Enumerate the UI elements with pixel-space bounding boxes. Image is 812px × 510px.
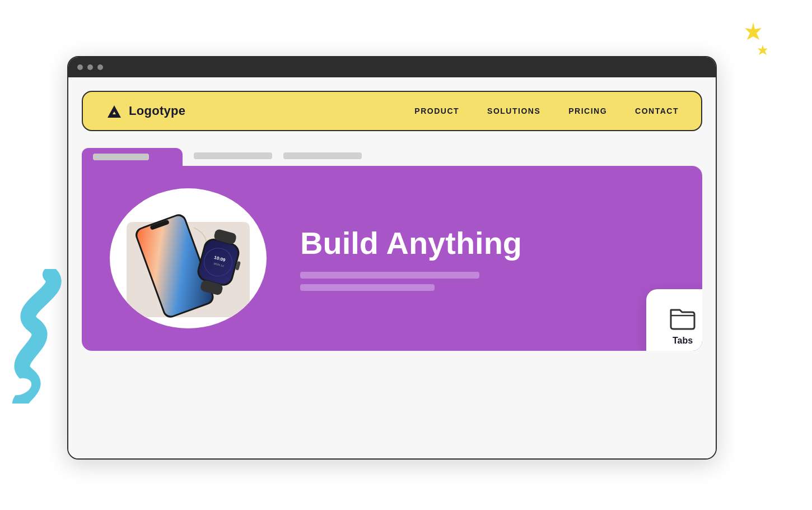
main-content: 10:09 MON 14 Build Anything (82, 148, 702, 351)
nav-product[interactable]: PRODUCT (414, 106, 459, 115)
tab-active[interactable] (82, 148, 183, 166)
tab-line-3 (283, 152, 362, 159)
phone-watch-svg: 10:09 MON 14 (110, 188, 267, 328)
decorative-stars (717, 17, 767, 69)
logo-icon (105, 102, 123, 120)
titlebar-dot-3 (97, 64, 103, 70)
hero-subtitle-line-1 (300, 272, 479, 279)
nav-links: PRODUCT SOLUTIONS PRICING CONTACT (414, 106, 679, 115)
hero-subtitle-line-2 (300, 284, 435, 291)
tab-active-line (93, 154, 149, 160)
hero-card: 10:09 MON 14 Build Anything (82, 166, 702, 351)
tab-line-2 (194, 152, 272, 159)
tabs-component-card[interactable]: Tabs (646, 289, 702, 351)
browser-titlebar (68, 57, 716, 77)
browser-window: Logotype PRODUCT SOLUTIONS PRICING CONTA… (67, 56, 717, 460)
nav-pricing[interactable]: PRICING (568, 106, 607, 115)
nav-logo[interactable]: Logotype (105, 102, 185, 120)
folder-icon (669, 305, 697, 330)
browser-content: Logotype PRODUCT SOLUTIONS PRICING CONTA… (68, 77, 716, 458)
decorative-squiggle (0, 269, 62, 381)
titlebar-dot-2 (87, 64, 93, 70)
tabs-area (82, 148, 702, 166)
hero-image-container: 10:09 MON 14 (110, 188, 267, 328)
nav-solutions[interactable]: SOLUTIONS (487, 106, 540, 115)
tabs-component-label: Tabs (673, 336, 693, 346)
logo-text: Logotype (129, 104, 185, 118)
nav-contact[interactable]: CONTACT (635, 106, 679, 115)
titlebar-dot-1 (77, 64, 83, 70)
tab-other-area (183, 148, 362, 166)
navbar: Logotype PRODUCT SOLUTIONS PRICING CONTA… (82, 91, 702, 131)
